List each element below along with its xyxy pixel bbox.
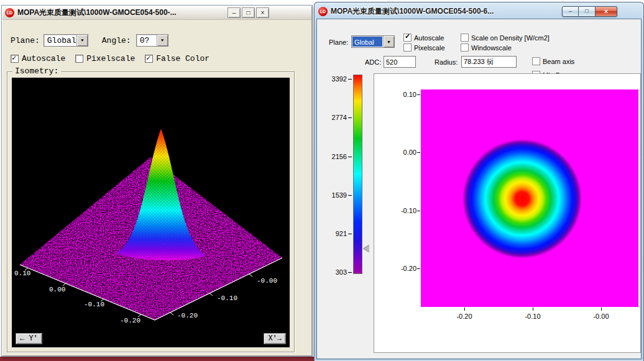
beam-false-color-image[interactable] (421, 89, 638, 307)
x-axis-tick (601, 308, 602, 311)
axis-tick-label: -0.00 (257, 277, 277, 285)
axis-tick-label: 0.00 (49, 286, 65, 293)
windowscale-label: Windowscale (471, 44, 512, 52)
beam-profile-window: LD MOPA光束质量测试\1000W-GMOCE054-500-6... – … (314, 2, 644, 361)
isometry-3d-surface: 0.10 0.00 -0.10 -0.20 -0.00 -0.10 -0.20 (12, 78, 290, 332)
checkbox-icon (532, 57, 540, 65)
background-window-strip (0, 357, 314, 361)
radius-input[interactable] (461, 56, 517, 68)
close-icon[interactable]: × (596, 6, 617, 17)
adc-input[interactable] (384, 56, 416, 68)
scale-on-density-label: Scale on Density [W/cm2] (471, 34, 550, 42)
scale-tick (348, 79, 352, 80)
x-axis-tick-label: -0.00 (584, 313, 619, 320)
y-axis-tick (417, 94, 420, 95)
plane-label: Plane: (11, 36, 40, 45)
autoscale-label: Autoscale (414, 34, 444, 42)
scale-tick (348, 272, 352, 273)
adc-label: ADC: (365, 58, 381, 66)
scale-tick (348, 234, 352, 234)
x-axis-tick (464, 308, 465, 311)
scale-tick (348, 117, 352, 118)
y-axis-tick-label: -0.10 (379, 207, 416, 214)
y-axis-tick (417, 211, 420, 211)
isometry-groupbox: Isometry: (7, 71, 295, 352)
right-window-title: MOPA光束质量测试\1000W-GMOCE054-500-6... (331, 6, 559, 17)
scale-tick-label: 1539 (322, 191, 347, 199)
close-icon[interactable]: × (256, 7, 269, 18)
pixelscale-checkbox[interactable]: Pixelscale (403, 43, 445, 52)
plane-label: Plane: (329, 39, 348, 46)
scale-slider-thumb[interactable] (364, 245, 369, 252)
left-controls-row: Plane: Global ▼ Angle: 0? ▼ (11, 34, 168, 47)
pixelscale-checkbox[interactable]: Pixelscale (75, 54, 135, 63)
isometry-3d-plot[interactable]: 0.10 0.00 -0.10 -0.20 -0.00 -0.10 -0.20 … (12, 78, 290, 347)
checkbox-icon (75, 55, 83, 63)
maximize-icon[interactable]: □ (579, 6, 596, 17)
checkbox-icon (145, 55, 153, 63)
scale-tick (348, 157, 352, 157)
false-color-label: False Color (156, 54, 209, 63)
scale-tick-label: 921 (322, 230, 347, 237)
axis-tick-label: -0.20 (120, 317, 140, 324)
autoscale-checkbox[interactable]: Autoscale (403, 34, 444, 42)
window-controls: – □ × (228, 7, 269, 18)
axis-tick-label: -0.10 (84, 301, 104, 308)
plane-value: Global (44, 35, 76, 46)
angle-value: 0? (137, 35, 157, 46)
y-axis-tick (417, 268, 420, 269)
scale-tick-label: 3392 (322, 75, 347, 83)
left-checkbox-row: Autoscale Pixelscale False Color (11, 54, 209, 63)
y-axis-tick-label: 0.10 (379, 91, 416, 98)
chevron-down-icon[interactable]: ▼ (383, 36, 394, 47)
left-titlebar[interactable]: LD MOPA光束质量测试\1000W-GMOCE054-500-... – □… (2, 6, 311, 20)
false-color-checkbox[interactable]: False Color (145, 54, 209, 63)
pixelscale-label: Pixelscale (414, 44, 445, 52)
checkbox-icon (11, 55, 19, 63)
minimize-icon[interactable]: – (228, 7, 241, 18)
axis-tick-label: 0.10 (14, 270, 30, 277)
app-logo-icon: LD (5, 8, 14, 17)
color-scale-bar[interactable] (353, 75, 362, 274)
beam-axis-label: Beam axis (543, 58, 574, 65)
angle-dropdown[interactable]: 0? ▼ (136, 34, 168, 47)
y-axis-tick-label: 0.00 (379, 149, 416, 156)
angle-label: Angle: (102, 36, 131, 45)
chevron-down-icon[interactable]: ▼ (157, 35, 168, 46)
isometry-group-title: Isometry: (12, 66, 61, 76)
scale-tick-label: 303 (322, 268, 347, 276)
x-axis-button[interactable]: X'→ (264, 333, 286, 344)
chevron-down-icon[interactable]: ▼ (76, 35, 88, 46)
window-controls: – □ × (562, 6, 617, 17)
y-axis-button[interactable]: ← Y' (16, 333, 42, 344)
beam-plot-panel: 0.10 0.00 -0.10 -0.20 -0.20 -0.10 -0.00 (374, 73, 641, 353)
y-axis-tick-label: -0.20 (379, 265, 416, 272)
axis-tick-label: -0.10 (217, 295, 237, 302)
plane-dropdown[interactable]: Global ▼ (351, 35, 395, 48)
checkbox-icon (461, 34, 469, 42)
autoscale-checkbox[interactable]: Autoscale (11, 54, 65, 63)
scale-tick (348, 195, 352, 196)
x-axis-tick-label: -0.10 (515, 313, 550, 320)
checkbox-icon (403, 34, 412, 42)
pixelscale-label: Pixelscale (86, 54, 135, 63)
beam-spot (421, 89, 638, 307)
y-axis-tick (417, 152, 420, 153)
maximize-icon[interactable]: □ (242, 7, 255, 18)
checkbox-icon (403, 43, 412, 52)
beam-window-body: Plane: Global ▼ Autoscale Pixelscale Sca… (316, 19, 642, 359)
radius-label: Radius: (435, 58, 458, 66)
scale-on-density-checkbox[interactable]: Scale on Density [W/cm2] (461, 34, 550, 42)
minimize-icon[interactable]: – (562, 6, 579, 17)
checkbox-icon (461, 43, 469, 52)
autoscale-label: Autoscale (22, 54, 65, 63)
scale-tick-label: 2774 (322, 114, 347, 121)
x-axis-tick (533, 308, 533, 311)
plane-dropdown[interactable]: Global ▼ (44, 34, 88, 47)
beam-axis-checkbox[interactable]: Beam axis (532, 57, 574, 65)
isometry-window: LD MOPA光束质量测试\1000W-GMOCE054-500-... – □… (1, 5, 313, 357)
windowscale-checkbox[interactable]: Windowscale (461, 43, 512, 52)
scale-tick-label: 2156 (322, 153, 347, 160)
plane-value: Global (352, 37, 382, 47)
right-titlebar[interactable]: LD MOPA光束质量测试\1000W-GMOCE054-500-6... – … (316, 4, 642, 19)
